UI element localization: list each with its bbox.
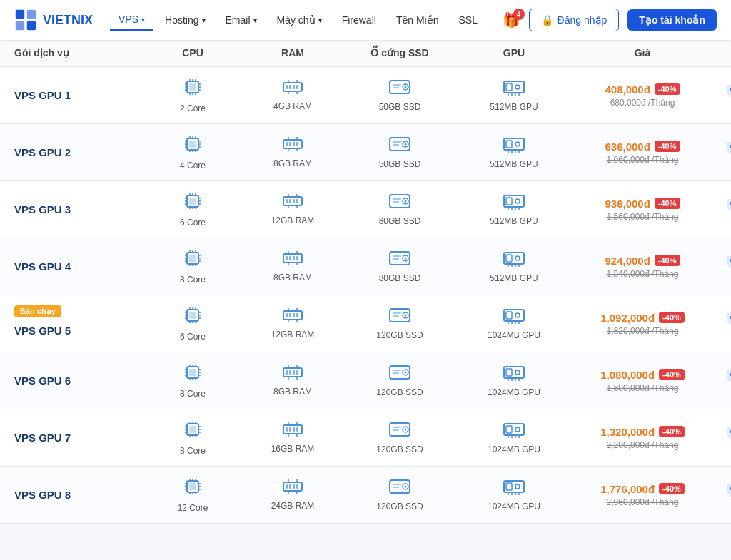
price-value: 1,092,000đ (600, 312, 655, 324)
tag-cell (714, 198, 731, 222)
cpu-cell: 4 Core (143, 134, 243, 170)
navbar: VIETNIX VPS ▾ Hosting ▾ Email ▾ Máy chủ … (0, 0, 731, 40)
tag-cell (714, 426, 731, 450)
price-current: 408,000đ -40% (605, 83, 680, 96)
table-row: Bán chạy VPS GPU 5 6 Core (0, 295, 731, 352)
cpu-cell: 12 Core (143, 477, 243, 513)
gift-button[interactable]: 🎁 4 (503, 11, 520, 29)
tag-icon[interactable] (725, 483, 731, 507)
gpu-icon (503, 250, 525, 271)
pkg-name-cell: VPS GPU 4 (14, 260, 143, 273)
svg-rect-41 (189, 141, 196, 148)
tag-icon[interactable] (725, 426, 731, 450)
cpu-value: 12 Core (178, 503, 208, 513)
pkg-name: VPS GPU 4 (14, 260, 71, 273)
svg-rect-235 (286, 427, 288, 432)
svg-rect-105 (506, 198, 512, 205)
price-old: 1,820,000đ /Tháng (607, 326, 679, 336)
cpu-icon (183, 248, 203, 273)
ram-icon (283, 422, 303, 442)
price-cell: 1,092,000đ -40% 1,820,000đ /Tháng (571, 312, 714, 336)
price-value: 936,000đ (605, 198, 650, 210)
nav-item-vps[interactable]: VPS ▾ (110, 9, 153, 31)
svg-rect-171 (390, 309, 410, 322)
tag-icon[interactable] (725, 198, 731, 222)
nav-item-ssl[interactable]: SSL (450, 10, 485, 30)
ram-icon (283, 307, 303, 327)
ram-value: 16GB RAM (271, 444, 315, 454)
discount-badge: -40% (655, 255, 680, 266)
svg-rect-33 (506, 83, 512, 91)
ssd-cell: 120GB SSD (343, 478, 457, 511)
ssd-icon (389, 250, 410, 271)
cpu-value: 8 Core (180, 275, 206, 285)
gpu-cell: 1024MB GPU (457, 364, 571, 397)
svg-rect-283 (393, 487, 399, 488)
nav-item-tenMien[interactable]: Tên Miền (388, 10, 448, 30)
discount-badge: -40% (655, 83, 680, 95)
tag-icon[interactable] (725, 369, 731, 393)
gpu-icon (503, 478, 525, 499)
cpu-icon (183, 191, 203, 215)
brand-logo[interactable]: VIETNIX (14, 9, 93, 31)
svg-rect-221 (189, 426, 196, 433)
svg-rect-164 (289, 313, 291, 317)
login-button[interactable]: 🔒 Đăng nhập (529, 9, 620, 31)
svg-rect-185 (189, 369, 196, 376)
svg-rect-127 (286, 256, 288, 260)
svg-rect-92 (289, 199, 291, 203)
tag-icon[interactable] (725, 312, 731, 336)
price-current: 636,000đ -40% (605, 141, 680, 153)
ssd-value: 120GB SSD (376, 330, 423, 340)
tag-cell (714, 141, 731, 165)
table-header: Gói dịch vụ CPU RAM Ổ cứng SSD GPU Giá (0, 40, 731, 67)
ssd-icon (389, 307, 410, 328)
svg-rect-69 (506, 141, 512, 148)
gpu-cell: 512MB GPU (457, 78, 571, 112)
gpu-cell: 512MB GPU (457, 250, 571, 283)
nav-item-email[interactable]: Email ▾ (217, 10, 266, 30)
price-cell: 408,000đ -40% 680,000đ /Tháng (571, 83, 714, 108)
svg-rect-177 (506, 312, 512, 319)
tag-icon[interactable] (725, 141, 731, 165)
create-account-button[interactable]: Tạo tài khoản (627, 9, 717, 31)
ssd-cell: 50GB SSD (343, 78, 457, 112)
chevron-down-icon: ▾ (202, 16, 206, 24)
pkg-name-cell: VPS GPU 6 (14, 375, 143, 387)
cpu-icon (183, 305, 203, 330)
gpu-icon (503, 364, 525, 385)
tag-cell (714, 312, 731, 336)
svg-rect-0 (16, 10, 24, 19)
svg-point-70 (515, 142, 520, 146)
ram-value: 8GB RAM (273, 273, 312, 282)
ssd-value: 80GB SSD (379, 216, 421, 226)
cpu-value: 6 Core (180, 332, 206, 342)
gpu-cell: 512MB GPU (457, 193, 571, 226)
nav-item-firewall[interactable]: Firewall (333, 10, 385, 30)
gpu-cell: 1024MB GPU (457, 307, 571, 340)
ram-icon (283, 479, 303, 499)
svg-rect-272 (289, 484, 291, 489)
svg-rect-91 (286, 199, 288, 203)
svg-rect-165 (293, 313, 295, 317)
svg-rect-93 (293, 199, 295, 203)
svg-rect-56 (289, 142, 291, 146)
ram-icon (283, 193, 303, 213)
tag-icon[interactable] (725, 255, 731, 279)
pkg-name: VPS GPU 7 (14, 432, 71, 444)
tag-icon[interactable] (725, 83, 731, 108)
svg-point-101 (405, 200, 407, 203)
chevron-down-icon: ▾ (141, 16, 145, 24)
tag-cell (714, 369, 731, 393)
svg-rect-30 (393, 84, 401, 86)
table-row: VPS GPU 2 4 Core (0, 124, 731, 181)
nav-item-hosting[interactable]: Hosting ▾ (156, 10, 213, 30)
price-value: 924,000đ (605, 255, 650, 267)
nav-right: 🎁 4 🔒 Đăng nhập Tạo tài khoản (503, 9, 717, 31)
svg-rect-149 (189, 312, 196, 319)
price-old: 680,000đ /Tháng (610, 98, 675, 108)
nav-item-maychu[interactable]: Máy chủ ▾ (268, 10, 331, 30)
pkg-name-cell: VPS GPU 3 (14, 203, 143, 215)
cpu-value: 8 Core (180, 446, 206, 456)
svg-point-106 (515, 199, 520, 203)
